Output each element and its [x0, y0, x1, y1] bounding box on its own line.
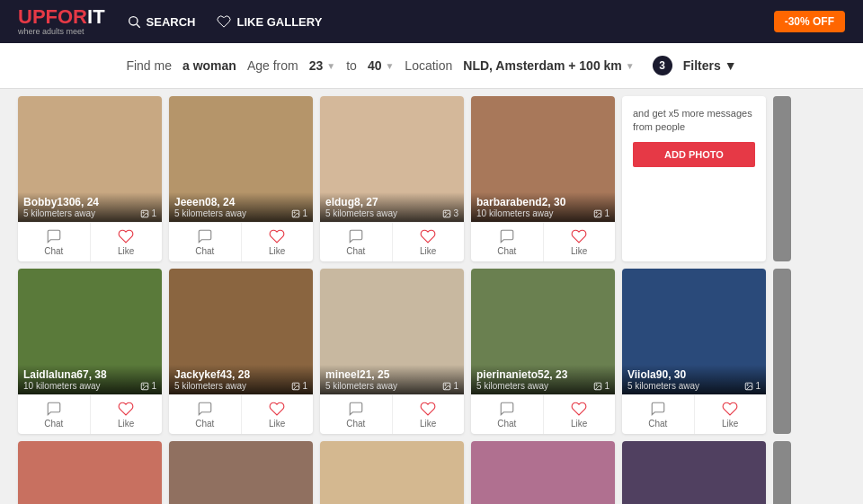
card-image: mineel21, 25 5 kilometers away 1: [320, 269, 464, 394]
card-distance: 5 kilometers away 1: [23, 208, 156, 218]
like-button[interactable]: Like: [242, 223, 314, 261]
chat-button[interactable]: Chat: [169, 395, 242, 434]
chat-button[interactable]: Chat: [320, 223, 393, 261]
chat-button[interactable]: Chat: [471, 223, 544, 261]
card-distance: 5 kilometers away 1: [174, 381, 307, 391]
age-to-select[interactable]: 40 ▼: [368, 58, 394, 73]
card-overlay: Jeeen08, 24 5 kilometers away 1: [169, 192, 313, 222]
svg-point-5: [294, 211, 295, 212]
card-photos: 1: [140, 208, 156, 218]
card-username: Viiola90, 30: [627, 368, 761, 381]
card-photos: 1: [593, 208, 609, 218]
svg-point-19: [747, 384, 748, 385]
add-photo-button[interactable]: ADD PHOTO: [633, 142, 755, 167]
svg-point-11: [143, 384, 144, 385]
to-label: to: [346, 58, 357, 73]
location-select[interactable]: NLD, Amsterdam + 100 km ▼: [463, 58, 634, 73]
age-from-select[interactable]: 23 ▼: [309, 58, 335, 73]
like-label: Like: [571, 246, 587, 256]
filters-arrow: ▼: [725, 58, 737, 73]
chat-button[interactable]: Chat: [18, 223, 91, 261]
card-image: carolakara5, 24 1: [169, 441, 313, 504]
svg-point-7: [445, 211, 446, 212]
like-button[interactable]: Like: [91, 223, 163, 261]
logo-text: UPFORIT: [18, 7, 105, 27]
like-label: Like: [269, 419, 285, 429]
card-overlay: mineel21, 25 5 kilometers away 1: [320, 365, 464, 394]
like-label: Like: [722, 419, 738, 429]
card-image: soraya86, 25 1: [18, 441, 162, 504]
age-from-label: Age from: [247, 58, 298, 73]
filter-bar: Find me a woman Age from 23 ▼ to 40 ▼ Lo…: [0, 43, 863, 89]
age-from-arrow: ▼: [326, 61, 335, 71]
card-actions: Chat Like: [169, 222, 313, 261]
card-photos: 1: [442, 381, 458, 391]
svg-point-17: [596, 384, 597, 385]
svg-line-1: [137, 24, 140, 28]
svg-point-9: [596, 211, 597, 212]
profile-card: Jackykef43, 28 5 kilometers away 1 Chat …: [169, 269, 313, 434]
like-button[interactable]: Like: [393, 223, 465, 261]
card-actions: Chat Like: [18, 222, 162, 261]
profile-card: Jeeen08, 24 5 kilometers away 1 Chat Lik…: [169, 96, 313, 261]
chat-button[interactable]: Chat: [320, 395, 393, 434]
card-overlay: barbarabend2, 30 10 kilometers away 1: [471, 192, 615, 222]
card-image: pierinanieto52, 23 5 kilometers away 1: [471, 269, 615, 394]
search-nav-label: SEARCH: [147, 15, 196, 29]
age-from-value: 23: [309, 58, 324, 73]
card-username: Bobby1306, 24: [23, 196, 156, 208]
header-right: -30% OFF: [774, 11, 845, 32]
card-overlay: Laidlaluna67, 38 10 kilometers away 1: [18, 365, 162, 394]
svg-point-15: [445, 384, 446, 385]
chat-button[interactable]: Chat: [169, 223, 242, 261]
chat-label: Chat: [497, 246, 516, 256]
like-button[interactable]: Like: [544, 223, 616, 261]
filters-button[interactable]: Filters ▼: [683, 58, 737, 73]
discount-badge[interactable]: -30% OFF: [774, 11, 845, 32]
like-button[interactable]: Like: [544, 395, 616, 434]
location-arrow: ▼: [626, 61, 635, 71]
card-actions: Chat Like: [471, 222, 615, 261]
like-gallery-nav[interactable]: LIKE GALLERY: [217, 14, 322, 29]
card-actions: Chat Like: [18, 394, 162, 434]
like-button[interactable]: Like: [242, 395, 314, 434]
profile-card: area10, 27 1 Chat Like: [622, 441, 766, 504]
chat-label: Chat: [44, 246, 63, 256]
card-username: Laidlaluna67, 38: [23, 368, 156, 381]
card-image: Jackykef43, 28 5 kilometers away 1: [169, 269, 313, 394]
find-me-label: Find me: [126, 58, 172, 73]
chat-label: Chat: [648, 419, 667, 429]
profile-card: Laidlaluna67, 38 10 kilometers away 1 Ch…: [18, 269, 162, 434]
card-username: mineel21, 25: [325, 368, 458, 381]
card-image: Jeeen08, 24 5 kilometers away 1: [169, 96, 313, 222]
card-image: Bobby1306, 24 5 kilometers away 1: [18, 96, 162, 222]
like-label: Like: [420, 246, 436, 256]
card-image: Laidlaluna67, 38 10 kilometers away 1: [18, 269, 162, 394]
like-gallery-label: LIKE GALLERY: [236, 15, 322, 29]
chat-button[interactable]: Chat: [622, 395, 695, 434]
card-distance: 5 kilometers away 1: [627, 381, 761, 391]
chat-button[interactable]: Chat: [471, 395, 544, 434]
profile-card: kimb52, 27 1 Chat Like: [471, 441, 615, 504]
profile-card: barbarabend2, 30 10 kilometers away 1 Ch…: [471, 96, 615, 261]
age-to-arrow: ▼: [385, 61, 394, 71]
card-distance: 5 kilometers away 3: [325, 208, 458, 218]
profile-card: Viiola90, 30 5 kilometers away 1 Chat Li…: [622, 269, 766, 434]
chat-button[interactable]: Chat: [18, 395, 91, 434]
card-distance: 10 kilometers away 1: [23, 381, 156, 391]
card-username: eldug8, 27: [325, 196, 458, 208]
like-button[interactable]: Like: [695, 395, 767, 434]
card-overlay: pierinanieto52, 23 5 kilometers away 1: [471, 365, 615, 394]
like-button[interactable]: Like: [393, 395, 465, 434]
card-distance: 5 kilometers away 1: [325, 381, 458, 391]
like-label: Like: [420, 419, 436, 429]
search-nav[interactable]: SEARCH: [127, 14, 196, 29]
gender-select[interactable]: a woman: [182, 58, 236, 73]
card-image: maisiebakk59, 24 1: [320, 441, 464, 504]
card-distance: 5 kilometers away 1: [476, 381, 609, 391]
card-overlay: eldug8, 27 5 kilometers away 3: [320, 192, 464, 222]
promo-text: and get x5 more messages from people: [633, 107, 755, 135]
chat-label: Chat: [346, 419, 365, 429]
like-button[interactable]: Like: [91, 395, 163, 434]
location-value: NLD, Amsterdam + 100 km: [463, 58, 622, 73]
